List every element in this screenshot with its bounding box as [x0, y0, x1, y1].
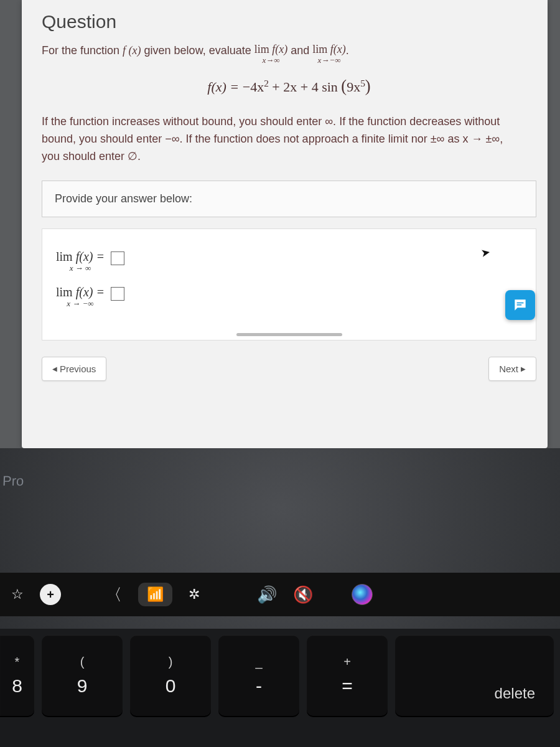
key-minus-main: - [256, 675, 262, 697]
key-equals[interactable]: + = [307, 635, 388, 716]
chevron-right-icon: ▶ [521, 365, 526, 372]
nav-row: ◀ Previous Next ▶ [42, 357, 536, 388]
answer-row-1: lim f(x) = x → ∞ [56, 248, 522, 270]
formula-exp5: 5 [360, 78, 365, 88]
key-0[interactable]: ) 0 [130, 635, 211, 716]
next-button[interactable]: Next ▶ [488, 357, 536, 381]
laptop-body: Pro ☆ + 〈 📶 ✲ 🔊 🔇 * 8 ( 9 ) 0 _ - [0, 448, 560, 747]
touchbar-brightness-icon[interactable]: ✲ [189, 586, 200, 603]
formula-c: 9x [347, 79, 360, 95]
touchbar-volume-icon[interactable]: 🔊 [257, 585, 277, 604]
formula-exp2: 2 [264, 78, 269, 88]
lim1-fx: f(x) [272, 43, 287, 55]
formula-a-txt: −4x [243, 79, 264, 95]
ans1-bot: x → ∞ [56, 264, 105, 272]
key-9-main: 9 [77, 675, 88, 697]
touchbar-pill: 📶 [138, 583, 172, 606]
lim2-fx: f(x) [330, 43, 346, 55]
limit-expr-2: lim f(x) x→−∞ [312, 44, 346, 64]
key-8[interactable]: * 8 [0, 635, 34, 716]
prompt-mid: given below, evaluate [141, 44, 254, 57]
ans2-bot: x → −∞ [56, 299, 105, 308]
chat-icon [512, 297, 528, 313]
prompt-text: For the function [42, 44, 123, 57]
question-prompt: For the function f (x) given below, eval… [42, 41, 536, 62]
answer-input-2[interactable] [111, 287, 124, 301]
answer-area: lim f(x) = x → ∞ lim f(x) = x → −∞ [42, 228, 536, 341]
key-eq-sym: + [343, 655, 351, 669]
key-0-main: 0 [166, 675, 176, 697]
question-screen: Question For the function f (x) given be… [22, 0, 548, 448]
answer-input-1[interactable] [111, 251, 124, 265]
svg-rect-0 [517, 303, 524, 304]
touchbar-signal-icon[interactable]: 📶 [147, 586, 164, 603]
formula-a: −4x2 + 2x + 4 sin (9x5) [243, 79, 371, 95]
limit-expr-1: lim f(x) x→∞ [254, 44, 288, 64]
formula-paren-close: ) [365, 77, 371, 95]
touchbar-star-icon[interactable]: ☆ [11, 586, 24, 603]
svg-rect-1 [517, 304, 522, 306]
lim2-bot: x→−∞ [312, 56, 346, 64]
formula-b: + 2x + 4 sin [269, 79, 342, 95]
formula-lhs: f(x) = [207, 79, 242, 95]
key-minus-sym: _ [255, 655, 262, 669]
touchbar-chevron-icon[interactable]: 〈 [106, 584, 122, 606]
touchbar-mute-icon[interactable]: 🔇 [293, 585, 313, 604]
answer-row-2: lim f(x) = x → −∞ [56, 283, 522, 305]
prompt-and: and [291, 44, 312, 57]
provide-answer-label: Provide your answer below: [42, 181, 536, 217]
ans2-top: lim [56, 285, 73, 299]
ans2-lim: lim f(x) = x → −∞ [56, 286, 105, 308]
touchbar: ☆ + 〈 📶 ✲ 🔊 🔇 [0, 573, 560, 616]
touchbar-siri-icon[interactable] [352, 584, 373, 605]
ans2-fx: f(x) = [76, 285, 105, 299]
instructions: If the function increases without bound,… [42, 113, 536, 166]
previous-button[interactable]: ◀ Previous [42, 357, 106, 381]
key-9[interactable]: ( 9 [42, 635, 123, 716]
chevron-left-icon: ◀ [52, 365, 57, 372]
keyboard-row: * 8 ( 9 ) 0 _ - + = delete [0, 629, 560, 747]
ans1-top: lim [56, 250, 73, 263]
formula-paren-open: ( [341, 77, 347, 95]
lim2-top: lim [312, 43, 327, 55]
key-delete[interactable]: delete [395, 635, 554, 716]
lim1-bot: x→∞ [254, 56, 288, 64]
key-8-main: 8 [12, 675, 22, 697]
key-9-sym: ( [80, 655, 85, 669]
chat-button[interactable] [505, 290, 535, 320]
formula: f(x) = −4x2 + 2x + 4 sin (9x5) [42, 77, 536, 96]
ans1-fx: f(x) = [76, 250, 105, 263]
key-eq-main: = [342, 675, 353, 697]
home-indicator [236, 333, 342, 336]
pro-label: Pro [2, 473, 24, 489]
prompt-fx: f (x) [123, 44, 141, 57]
key-0-sym: ) [169, 655, 173, 669]
touchbar-plus-button[interactable]: + [40, 584, 61, 605]
previous-label: Previous [60, 364, 96, 374]
ans1-lim: lim f(x) = x → ∞ [56, 250, 105, 272]
key-8-sym: * [15, 655, 20, 669]
key-delete-label: delete [495, 685, 535, 702]
next-label: Next [499, 364, 518, 374]
prompt-end: . [346, 44, 349, 57]
lim1-top: lim [254, 43, 269, 55]
question-heading: Question [42, 0, 536, 41]
key-minus[interactable]: _ - [218, 635, 299, 716]
